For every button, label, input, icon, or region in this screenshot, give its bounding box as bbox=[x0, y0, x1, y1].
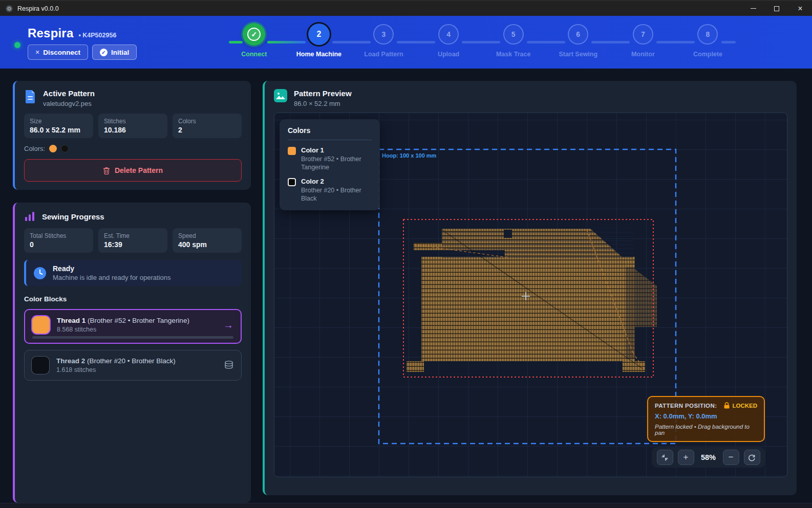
fit-view-icon bbox=[661, 454, 669, 461]
step-label: Monitor bbox=[631, 51, 655, 58]
hoop-label: Hoop: 100 x 100 mm bbox=[382, 152, 436, 159]
color-swatch-black bbox=[61, 145, 69, 152]
zoom-toolbar: + 58% − bbox=[652, 447, 765, 468]
pattern-filename: valetudogv2.pes bbox=[43, 100, 95, 107]
status-description: Machine is idle and ready for operations bbox=[53, 274, 171, 281]
stat-speed: Speed 400 spm bbox=[173, 228, 242, 253]
initial-button[interactable]: ✓ Initial bbox=[92, 45, 137, 60]
step-connect[interactable]: ✓ Connect bbox=[222, 23, 287, 58]
legend-title: Colors bbox=[288, 126, 372, 140]
fit-view-button[interactable] bbox=[657, 450, 673, 465]
lock-icon bbox=[724, 402, 730, 409]
background-window-strip bbox=[0, 503, 812, 508]
disconnect-button[interactable]: × Disconnect bbox=[28, 45, 88, 60]
thread-1-detail: (Brother #52 • Brother Tangerine) bbox=[88, 317, 189, 324]
minimize-button[interactable] bbox=[741, 1, 765, 16]
step-label: Load Pattern bbox=[364, 51, 403, 58]
close-icon: × bbox=[35, 48, 39, 56]
step-upload[interactable]: 4 Upload bbox=[416, 23, 481, 58]
reset-view-button[interactable] bbox=[744, 450, 760, 465]
file-icon bbox=[24, 89, 36, 103]
titlebar: Respira v0.0.0 × bbox=[0, 0, 812, 16]
arrow-right-icon: → bbox=[223, 320, 233, 330]
connection-status-dot bbox=[14, 42, 20, 48]
step-check-icon: ✓ bbox=[247, 28, 261, 41]
step-label: Upload bbox=[438, 51, 459, 58]
database-icon bbox=[224, 360, 234, 370]
window-title: Respira v0.0.0 bbox=[17, 5, 59, 12]
pattern-canvas[interactable]: Hoop: 100 x 100 mm Colors Color 1 Brothe… bbox=[274, 113, 787, 477]
stat-colors: Colors 2 bbox=[173, 114, 242, 138]
maximize-button[interactable] bbox=[765, 1, 788, 16]
legend-entry-color2: Color 2 Brother #20 • Brother Black bbox=[288, 178, 372, 203]
position-hint: Pattern locked • Drag background to pan bbox=[655, 424, 757, 436]
zoom-level: 58% bbox=[699, 453, 718, 461]
thread-row-2[interactable]: Thread 2 (Brother #20 • Brother Black) 1… bbox=[24, 350, 242, 381]
thread-1-progress-bar bbox=[32, 336, 233, 339]
close-button[interactable]: × bbox=[788, 1, 812, 16]
thread-row-1[interactable]: Thread 1 (Brother #52 • Brother Tangerin… bbox=[24, 309, 242, 344]
pattern-position-overlay: PATTERN POSITION: LOCKED X: 0.0mm, Y: 0.… bbox=[647, 396, 765, 442]
app-logo-icon bbox=[5, 5, 13, 13]
plus-icon: + bbox=[683, 452, 689, 462]
minimize-icon bbox=[751, 8, 756, 9]
legend-swatch-black bbox=[288, 178, 296, 186]
colors-legend-panel: Colors Color 1 Brother #52 • Brother Tan… bbox=[280, 119, 380, 210]
stat-est-time: Est. Time 16:39 bbox=[98, 228, 167, 253]
delete-pattern-button[interactable]: Delete Pattern bbox=[24, 159, 242, 182]
thread-2-stitches: 1.618 stitches bbox=[56, 366, 217, 373]
stat-size: Size 86.0 x 52.2 mm bbox=[24, 114, 93, 138]
pattern-dimensions: 86.0 × 52.2 mm bbox=[294, 100, 352, 107]
thread-1-name: Thread 1 bbox=[57, 317, 86, 324]
step-load-pattern[interactable]: 3 Load Pattern bbox=[351, 23, 416, 58]
status-title: Ready bbox=[53, 264, 171, 273]
step-label: Start Sewing bbox=[559, 51, 597, 58]
stat-stitches: Stitches 10.186 bbox=[98, 114, 167, 138]
position-heading: PATTERN POSITION: bbox=[655, 403, 717, 409]
legend-swatch-tangerine bbox=[288, 147, 296, 155]
pattern-preview-card: Pattern Preview 86.0 × 52.2 mm bbox=[263, 81, 797, 495]
step-start-sewing[interactable]: 6 Start Sewing bbox=[546, 23, 611, 58]
initial-label: Initial bbox=[111, 49, 129, 56]
thread-2-swatch bbox=[32, 357, 49, 374]
trash-icon bbox=[103, 167, 110, 174]
step-mask-trace[interactable]: 5 Mask Trace bbox=[481, 23, 546, 58]
color-swatch-tangerine bbox=[49, 145, 57, 152]
pattern-preview-title: Pattern Preview bbox=[294, 89, 352, 98]
workflow-stepper: ✓ Connect 2 Home Machine 3 Load Pattern … bbox=[222, 23, 740, 66]
delete-pattern-label: Delete Pattern bbox=[115, 166, 163, 174]
minus-icon: − bbox=[729, 452, 734, 462]
locked-badge: LOCKED bbox=[724, 402, 757, 409]
check-circle-icon: ✓ bbox=[100, 49, 108, 56]
close-icon: × bbox=[798, 4, 802, 13]
machine-status-banner: Ready Machine is idle and ready for oper… bbox=[24, 260, 242, 286]
legend-entry-color1: Color 1 Brother #52 • Brother Tangerine bbox=[288, 146, 372, 171]
image-icon bbox=[274, 89, 287, 102]
sewing-progress-card: Sewing Progress Total Stitches 0 Est. Ti… bbox=[13, 203, 251, 503]
colors-label: Colors: bbox=[24, 145, 45, 152]
step-monitor[interactable]: 7 Monitor bbox=[611, 23, 676, 58]
machine-serial: • K4P502956 bbox=[78, 32, 116, 39]
zoom-out-button[interactable]: − bbox=[723, 450, 739, 465]
step-label: Home Machine bbox=[296, 51, 341, 58]
step-label: Complete bbox=[693, 51, 722, 58]
step-home-machine[interactable]: 2 Home Machine bbox=[287, 23, 352, 58]
active-pattern-card: Active Pattern valetudogv2.pes Size 86.0… bbox=[13, 81, 251, 190]
step-complete[interactable]: 8 Complete bbox=[675, 23, 740, 58]
thread-2-detail: (Brother #20 • Brother Black) bbox=[87, 357, 176, 365]
embroidery-pattern[interactable] bbox=[407, 229, 657, 372]
zoom-in-button[interactable]: + bbox=[678, 450, 694, 465]
refresh-icon bbox=[748, 454, 756, 461]
step-label: Mask Trace bbox=[496, 51, 530, 58]
active-pattern-title: Active Pattern bbox=[43, 89, 95, 98]
color-blocks-heading: Color Blocks bbox=[24, 295, 242, 303]
app-header: Respira • K4P502956 × Disconnect ✓ Initi… bbox=[0, 16, 812, 69]
thread-1-swatch bbox=[32, 316, 50, 334]
bar-chart-icon bbox=[24, 211, 35, 222]
clock-icon bbox=[33, 267, 47, 280]
position-coordinates: X: 0.0mm, Y: 0.0mm bbox=[655, 412, 757, 420]
app-name: Respira bbox=[28, 26, 73, 40]
thread-2-name: Thread 2 bbox=[56, 357, 85, 365]
step-label: Connect bbox=[241, 51, 267, 58]
thread-1-stitches: 8.568 stitches bbox=[57, 326, 216, 333]
